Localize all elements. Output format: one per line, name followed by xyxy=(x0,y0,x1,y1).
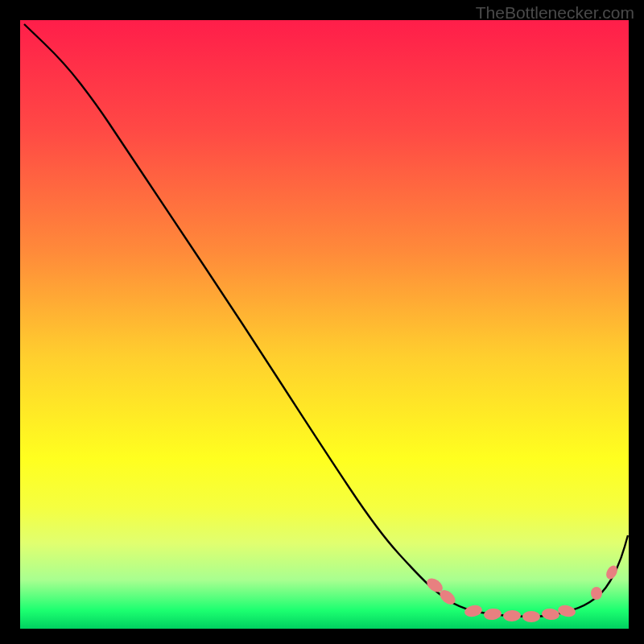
curve-marker xyxy=(591,587,602,600)
curve-marker xyxy=(522,611,540,622)
gradient-background xyxy=(20,20,629,629)
watermark-text: TheBottlenecker.com xyxy=(476,3,634,23)
chart-container: TheBottlenecker.com xyxy=(0,0,644,644)
chart-svg xyxy=(0,0,644,644)
